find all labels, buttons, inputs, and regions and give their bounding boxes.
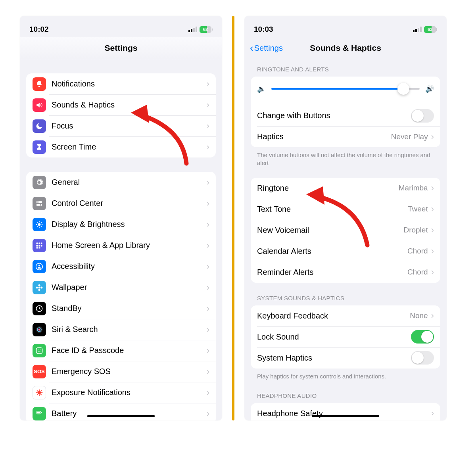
row-label: New Voicemail [257,226,403,235]
sun-icon [33,218,46,231]
keyboard-feedback-row[interactable]: Keyboard Feedback None › [251,305,440,326]
row-label: Keyboard Feedback [257,311,410,321]
settings-row-battery[interactable]: Battery› [26,403,216,420]
settings-row-screen-time[interactable]: Screen Time› [26,136,216,157]
settings-row-faceid[interactable]: Face ID & Passcode› [26,340,216,361]
settings-row-exposure[interactable]: Exposure Notifications› [26,382,216,403]
svg-point-21 [36,263,43,270]
row-label: Control Center [52,199,207,208]
svg-point-22 [38,265,40,266]
volume-slider[interactable] [271,88,420,90]
svg-line-41 [40,394,42,395]
chevron-right-icon: › [431,132,434,142]
text-tone-row[interactable]: Text ToneTweet› [251,199,440,220]
row-label: Emergency SOS [52,367,207,376]
home-indicator [312,415,379,417]
section-header-ringtone: RINGTONE AND ALERTS [244,59,447,77]
row-value: Chord [407,268,428,276]
chevron-right-icon: › [207,345,209,356]
sos-icon: SOS [33,365,46,378]
toggle-off[interactable] [411,109,434,123]
lock-sound-row[interactable]: Lock Sound [251,326,440,347]
settings-screen: 10:02 62 Settings Notifications›Sounds &… [20,16,222,420]
chevron-right-icon: › [431,408,434,418]
sounds-content[interactable]: RINGTONE AND ALERTS 🔈 🔊 Change with Butt… [244,59,447,420]
reminder-alerts-row[interactable]: Reminder AlertsChord› [251,262,440,283]
toggle-off[interactable] [411,351,434,365]
status-bar: 10:02 62 [20,16,222,37]
svg-line-40 [37,390,38,392]
battery-icon: 63 [424,26,437,33]
settings-row-control-center[interactable]: Control Center› [26,193,216,214]
section-header-headphone: HEADPHONE AUDIO [244,380,447,403]
back-button[interactable]: ‹ Settings [250,37,283,59]
chevron-right-icon: › [431,225,434,235]
chevron-right-icon: › [207,324,209,335]
new-voicemail-row[interactable]: New VoicemailDroplet› [251,220,440,241]
bell-icon [33,77,46,91]
svg-rect-13 [36,242,38,244]
settings-row-notifications[interactable]: Notifications› [26,73,216,94]
chevron-right-icon: › [431,246,434,256]
row-label: Siri & Search [52,325,207,334]
settings-row-emergency-sos[interactable]: SOSEmergency SOS› [26,361,216,382]
home-indicator [87,415,155,417]
settings-row-wallpaper[interactable]: Wallpaper› [26,277,216,298]
svg-rect-18 [41,245,42,246]
row-label: Haptics [257,132,391,141]
row-label: Wallpaper [52,283,207,292]
status-bar: 10:03 63 [244,16,447,37]
settings-row-accessibility[interactable]: Accessibility› [26,256,216,277]
cellular-icon [188,27,197,32]
chevron-right-icon: › [431,311,434,321]
settings-row-general[interactable]: General› [26,172,216,193]
chevron-right-icon: › [431,267,434,277]
headphone-safety-row[interactable]: Headphone Safety › [251,403,440,420]
settings-row-siri[interactable]: Siri & Search› [26,319,216,340]
row-value: Droplet [403,226,428,234]
moon-icon [33,119,46,133]
chevron-right-icon: › [207,282,209,293]
settings-content[interactable]: Notifications›Sounds & Haptics›Focus›Scr… [20,59,222,420]
chevron-right-icon: › [207,100,209,110]
row-value: Chord [407,247,428,255]
hourglass-icon [33,140,46,154]
chevron-right-icon: › [207,240,209,251]
toggle-on[interactable] [411,330,434,344]
row-value: Never Play [391,132,428,141]
face-icon [33,344,46,357]
chevron-right-icon: › [207,261,209,272]
row-value: Tweet [408,205,428,213]
screenshot-divider [232,16,234,420]
svg-line-10 [41,226,42,227]
settings-row-focus[interactable]: Focus› [26,115,216,136]
chevron-right-icon: › [207,388,209,398]
ringtone-row[interactable]: RingtoneMarimba› [251,178,440,199]
svg-point-26 [36,286,38,288]
chevron-right-icon: › [207,219,209,230]
row-label: Exposure Notifications [52,388,207,397]
change-with-buttons-row[interactable]: Change with Buttons [251,105,440,126]
calendar-alerts-row[interactable]: Calendar AlertsChord› [251,241,440,262]
svg-rect-1 [36,204,42,205]
battery-icon [33,407,46,420]
settings-row-display-brightness[interactable]: Display & Brightness› [26,214,216,235]
battery-icon: 62 [200,26,213,33]
svg-line-42 [37,394,38,395]
chevron-right-icon: › [207,177,209,188]
system-haptics-row[interactable]: System Haptics [251,347,440,369]
settings-row-sounds-haptics[interactable]: Sounds & Haptics› [26,94,216,115]
row-label: Notifications [52,79,207,88]
row-label: StandBy [52,304,207,313]
svg-rect-17 [38,245,40,246]
settings-row-home-screen[interactable]: Home Screen & App Library› [26,235,216,256]
page-title: Settings [105,43,138,53]
footer-note: Play haptics for system controls and int… [244,369,447,380]
svg-point-31 [38,328,40,330]
haptics-row[interactable]: Haptics Never Play › [251,126,440,147]
settings-row-standby[interactable]: StandBy› [26,298,216,319]
svg-rect-14 [38,242,40,244]
row-value: Marimba [399,184,428,192]
switches-icon [33,197,46,210]
svg-rect-45 [41,412,42,413]
